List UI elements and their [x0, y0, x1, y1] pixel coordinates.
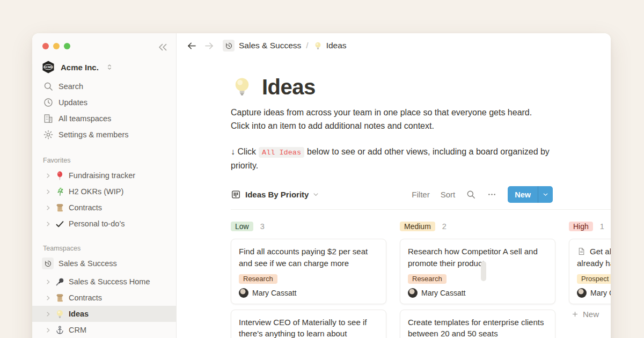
breadcrumb-separator: /	[306, 41, 308, 50]
card-title: Get all already ha	[577, 246, 611, 269]
sidebar-item-settings[interactable]: Settings & members	[32, 127, 176, 143]
teamspaces-section-title: Teamspaces	[43, 245, 176, 252]
board-card[interactable]: Get all already ha Prospect Mary C	[569, 239, 611, 304]
board-column-low: Low 3 Find all accounts paying $2 per se…	[231, 221, 386, 338]
column-count: 2	[442, 222, 447, 231]
board-card[interactable]: Create templates for enterprise clients …	[400, 310, 555, 338]
breadcrumb-parent[interactable]: Sales & Success	[239, 41, 301, 50]
board-card[interactable]: Research how Competitor A sell and promo…	[400, 239, 555, 304]
scroll-icon	[55, 293, 65, 303]
sidebar-item-label: Contracts	[69, 293, 102, 302]
avatar	[408, 288, 418, 298]
sidebar-teamspace-sales-and-success[interactable]: Sales & Success	[32, 255, 176, 271]
sidebar-item-label: H2 OKRs (WIP)	[69, 187, 123, 196]
new-button[interactable]: New	[508, 186, 553, 203]
card-title: Research how Competitor A sell and promo…	[408, 246, 547, 269]
chevron-right-icon[interactable]	[44, 310, 52, 318]
sidebar-item-all-teamspaces[interactable]: All teamspaces	[32, 111, 176, 127]
chevron-right-icon[interactable]	[44, 278, 52, 286]
chevron-right-icon[interactable]	[44, 294, 52, 302]
filter-button[interactable]: Filter	[412, 190, 429, 199]
column-pill-high[interactable]: High	[569, 222, 593, 231]
lightbulb-icon[interactable]	[231, 76, 253, 98]
sort-button[interactable]: Sort	[441, 190, 456, 199]
workspace-logo: ACME	[41, 60, 55, 74]
sidebar-item-label: All teamspaces	[58, 114, 111, 123]
chevron-right-icon[interactable]	[44, 220, 52, 228]
sidebar-item-label: Personal to-do’s	[69, 219, 125, 228]
more-options-icon[interactable]	[487, 189, 497, 200]
chevron-right-icon[interactable]	[44, 326, 52, 334]
sidebar-item-label: Ideas	[69, 310, 89, 318]
history-icon	[42, 258, 54, 269]
clock-icon	[43, 97, 54, 108]
sidebar-item-contracts-teamspace[interactable]: Contracts	[32, 290, 176, 306]
sidebar-item-ideas[interactable]: Ideas	[32, 306, 176, 322]
sidebar-item-label: Fundraising tracker	[69, 171, 135, 180]
chevron-down-icon[interactable]	[312, 190, 320, 199]
chevron-right-icon[interactable]	[44, 188, 52, 196]
forward-arrow-icon[interactable]	[203, 40, 215, 52]
sidebar-item-sales-success-home[interactable]: Sales & Success Home	[32, 274, 176, 290]
hint-prefix: ↓ Click	[231, 147, 256, 156]
sidebar-collapse-icon[interactable]	[156, 40, 170, 54]
card-title: Find all accounts paying $2 per seat and…	[239, 246, 378, 269]
sidebar-item-label: CRM	[69, 326, 86, 334]
board-card[interactable]: Interview CEO of Materially to see if th…	[231, 310, 386, 338]
sidebar-item-label: Sales & Success Home	[69, 277, 150, 286]
workspace-switcher[interactable]: ACME Acme Inc.	[41, 59, 169, 75]
view-name[interactable]: Ideas By Priority	[245, 190, 309, 199]
sidebar-item-h2-okrs[interactable]: H2 OKRs (WIP)	[32, 183, 176, 200]
search-icon[interactable]	[466, 189, 476, 200]
page-title: Ideas	[262, 75, 316, 99]
avatar	[239, 288, 248, 298]
add-card-button[interactable]: New	[569, 310, 611, 319]
microphone-icon	[55, 277, 65, 287]
lightbulb-icon	[313, 41, 323, 50]
zoom-window-button[interactable]	[64, 43, 70, 49]
card-assignee: Mary Cassatt	[408, 288, 547, 298]
scrollbar-thumb[interactable]	[481, 261, 486, 281]
assignee-name: Mary C	[590, 289, 611, 297]
minimize-window-button[interactable]	[53, 43, 60, 49]
page-hint: ↓ ClickAll Ideasbelow to see or add othe…	[231, 145, 553, 172]
new-button-label[interactable]: New	[508, 186, 538, 203]
scroll-icon	[55, 203, 65, 213]
assignee-name: Mary Cassatt	[252, 289, 296, 297]
inline-code-all-ideas: All Ideas	[259, 147, 304, 158]
column-pill-low[interactable]: Low	[231, 222, 253, 231]
board-view-icon	[231, 189, 241, 200]
back-arrow-icon[interactable]	[186, 40, 197, 52]
gear-icon	[43, 129, 54, 140]
sidebar-item-crm[interactable]: CRM	[32, 322, 176, 338]
history-icon[interactable]	[223, 40, 235, 52]
breadcrumb-current[interactable]: Ideas	[326, 41, 347, 50]
sidebar-item-personal-todos[interactable]: Personal to-do’s	[32, 216, 176, 232]
column-pill-medium[interactable]: Medium	[400, 222, 435, 231]
board-card[interactable]: Find all accounts paying $2 per seat and…	[231, 239, 386, 304]
workspace-name: Acme Inc.	[61, 63, 99, 72]
card-assignee: Mary Cassatt	[239, 288, 378, 298]
chevron-right-icon[interactable]	[44, 204, 52, 212]
herb-icon	[55, 187, 65, 197]
sidebar-item-updates[interactable]: Updates	[32, 94, 176, 111]
card-title: Interview CEO of Materially to see if th…	[239, 317, 378, 338]
balloon-icon	[55, 171, 65, 181]
board-column-high: High 1 Get all already ha Prospect Mary …	[569, 221, 611, 338]
topbar: Sales & Success / Ideas Share	[177, 33, 611, 58]
sidebar-item-search[interactable]: Search	[32, 78, 176, 94]
anchor-icon	[55, 325, 65, 335]
close-window-button[interactable]	[42, 43, 49, 49]
add-card-label: New	[583, 310, 599, 319]
check-icon	[55, 219, 65, 229]
sidebar-item-contracts-favorite[interactable]: Contracts	[32, 200, 176, 216]
sidebar-item-fundraising-tracker[interactable]: Fundraising tracker	[32, 167, 176, 183]
card-tag: Prospect	[577, 274, 611, 284]
sidebar-item-label: Settings & members	[58, 130, 129, 139]
chevron-down-icon[interactable]	[538, 186, 553, 203]
card-tag: Research	[408, 274, 447, 284]
page-icon	[577, 247, 586, 256]
card-assignee: Mary C	[577, 288, 611, 298]
chevron-right-icon[interactable]	[44, 172, 52, 180]
sidebar-item-label: Updates	[58, 98, 87, 107]
